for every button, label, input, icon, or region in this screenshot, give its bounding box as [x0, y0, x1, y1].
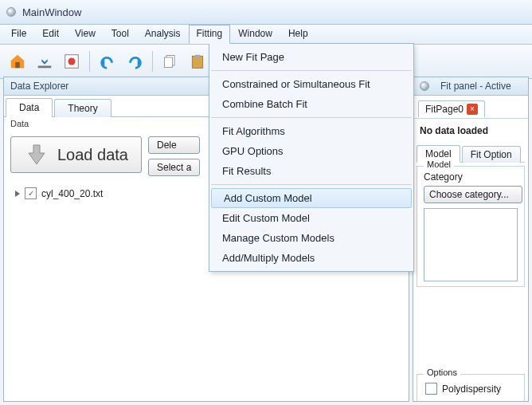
menu-window[interactable]: Window [230, 25, 280, 44]
paste-icon[interactable] [185, 49, 210, 74]
polydispersity-checkbox[interactable] [425, 383, 437, 395]
menuitem-add-multiply-models[interactable]: Add/Multiply Models [209, 248, 413, 268]
menu-separator [211, 184, 412, 185]
group-legend: Options [424, 368, 460, 377]
window-title: MainWindow [22, 6, 81, 18]
polydispersity-label: Polydispersity [442, 383, 501, 395]
menuitem-constrained-or-simultaneous-fit[interactable]: Constrained or Simultaneous Fit [209, 74, 413, 94]
menuitem-edit-custom-model[interactable]: Edit Custom Model [209, 208, 413, 228]
load-data-button[interactable]: Load data [10, 136, 142, 173]
menu-separator [211, 70, 412, 71]
load-data-label: Load data [57, 146, 128, 164]
app-icon [6, 7, 16, 17]
delete-button[interactable]: Dele [148, 136, 200, 154]
menu-separator [211, 117, 412, 118]
select-value: Choose category... [429, 189, 509, 200]
svg-rect-4 [165, 57, 173, 68]
category-label: Category [424, 171, 518, 183]
titlebar[interactable]: MainWindow [0, 0, 532, 25]
menuitem-fit-algorithms[interactable]: Fit Algorithms [209, 121, 413, 141]
fit-panel-header[interactable]: Fit panel - Active [413, 77, 528, 96]
menuitem-add-custom-model[interactable]: Add Custom Model [211, 188, 412, 208]
fit-page-tabs: FitPage0 × [413, 96, 528, 119]
toolbar-separator [89, 51, 90, 72]
close-icon[interactable]: × [467, 104, 478, 115]
copy-icon[interactable] [158, 49, 183, 74]
svg-rect-6 [195, 55, 201, 58]
panel-title: Data Explorer [10, 81, 68, 92]
menu-analysis[interactable]: Analysis [137, 25, 189, 44]
toolbar-separator [152, 51, 153, 72]
model-group: Model Category Choose category... [417, 166, 525, 287]
tab-fitpage0[interactable]: FitPage0 × [418, 100, 485, 117]
menuitem-combine-batch-fit[interactable]: Combine Batch Fit [209, 94, 413, 114]
item-name: cyl_400_20.txt [41, 188, 103, 199]
select-all-button[interactable]: Select a [148, 159, 200, 176]
menuitem-fit-results[interactable]: Fit Results [209, 161, 413, 181]
fit-status: No data loaded [413, 122, 528, 140]
tab-label: FitPage0 [425, 104, 464, 115]
menuitem-new-fit-page[interactable]: New Fit Page [209, 47, 413, 67]
panel-title: Fit panel - Active [440, 81, 511, 92]
menu-view[interactable]: View [67, 25, 104, 44]
tab-data[interactable]: Data [6, 98, 53, 117]
category-select[interactable]: Choose category... [424, 186, 522, 203]
tab-theory[interactable]: Theory [54, 99, 111, 117]
undo-icon[interactable] [95, 49, 120, 74]
download-icon[interactable] [32, 49, 57, 74]
menu-fitting[interactable]: Fitting [189, 25, 231, 44]
redo-icon[interactable] [122, 49, 147, 74]
download-arrow-icon [24, 142, 49, 167]
expand-icon[interactable] [15, 191, 20, 197]
svg-rect-0 [15, 62, 20, 68]
svg-point-2 [68, 57, 75, 65]
menu-help[interactable]: Help [280, 25, 316, 44]
record-icon[interactable] [59, 49, 84, 74]
menu-file[interactable]: File [3, 25, 34, 44]
group-legend: Model [424, 159, 454, 169]
item-checkbox[interactable] [25, 187, 37, 199]
menuitem-gpu-options[interactable]: GPU Options [209, 141, 413, 161]
home-icon[interactable] [5, 49, 30, 74]
fit-panel: Fit panel - Active FitPage0 × No data lo… [413, 77, 529, 402]
menubar: FileEditViewToolAnalysisFittingWindowHel… [0, 25, 532, 45]
options-group: Options Polydispersity [417, 374, 525, 401]
menu-edit[interactable]: Edit [34, 25, 67, 44]
fitting-menu-dropdown: New Fit PageConstrained or Simultaneous … [209, 43, 414, 272]
menu-tool[interactable]: Tool [104, 25, 137, 44]
model-listbox[interactable] [424, 208, 518, 281]
panel-icon [420, 81, 429, 91]
tab-fit-option[interactable]: Fit Option [462, 146, 521, 163]
menuitem-manage-custom-models[interactable]: Manage Custom Models [209, 228, 413, 248]
